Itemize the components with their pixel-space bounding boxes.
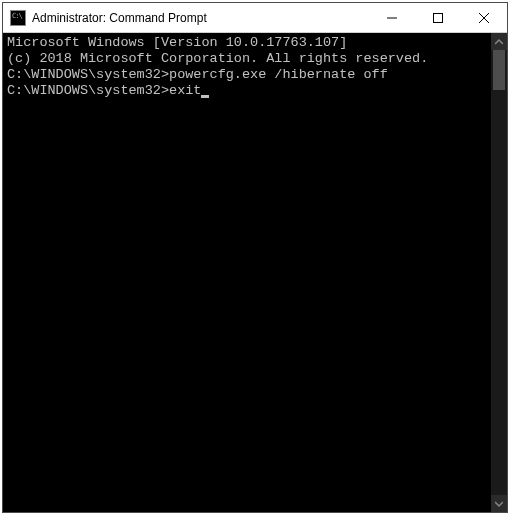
vertical-scrollbar[interactable] (491, 33, 507, 512)
svg-rect-1 (434, 13, 443, 22)
scroll-thumb[interactable] (493, 50, 505, 90)
command-prompt-window: Administrator: Command Prompt Microsoft (2, 2, 508, 513)
cursor (201, 95, 209, 98)
prompt-2: C:\WINDOWS\system32> (7, 83, 169, 99)
chevron-down-icon (495, 500, 503, 508)
maximize-button[interactable] (415, 3, 461, 32)
command-line-2: C:\WINDOWS\system32>exit (7, 83, 491, 99)
window-controls (369, 3, 507, 32)
window-title: Administrator: Command Prompt (32, 11, 369, 25)
minimize-button[interactable] (369, 3, 415, 32)
scroll-track[interactable] (491, 50, 507, 495)
content-area: Microsoft Windows [Version 10.0.17763.10… (3, 33, 507, 512)
chevron-up-icon (495, 38, 503, 46)
command-line-1: C:\WINDOWS\system32>powercfg.exe /hibern… (7, 67, 491, 83)
command-2: exit (169, 83, 201, 99)
scroll-up-button[interactable] (491, 33, 507, 50)
maximize-icon (433, 13, 443, 23)
terminal-output[interactable]: Microsoft Windows [Version 10.0.17763.10… (3, 33, 491, 512)
scroll-down-button[interactable] (491, 495, 507, 512)
prompt-1: C:\WINDOWS\system32> (7, 67, 169, 83)
titlebar[interactable]: Administrator: Command Prompt (3, 3, 507, 33)
minimize-icon (387, 13, 397, 23)
cmd-icon (10, 10, 26, 26)
command-1: powercfg.exe /hibernate off (169, 67, 388, 83)
copyright-line: (c) 2018 Microsoft Corporation. All righ… (7, 51, 491, 67)
version-line: Microsoft Windows [Version 10.0.17763.10… (7, 35, 491, 51)
close-icon (479, 13, 489, 23)
close-button[interactable] (461, 3, 507, 32)
